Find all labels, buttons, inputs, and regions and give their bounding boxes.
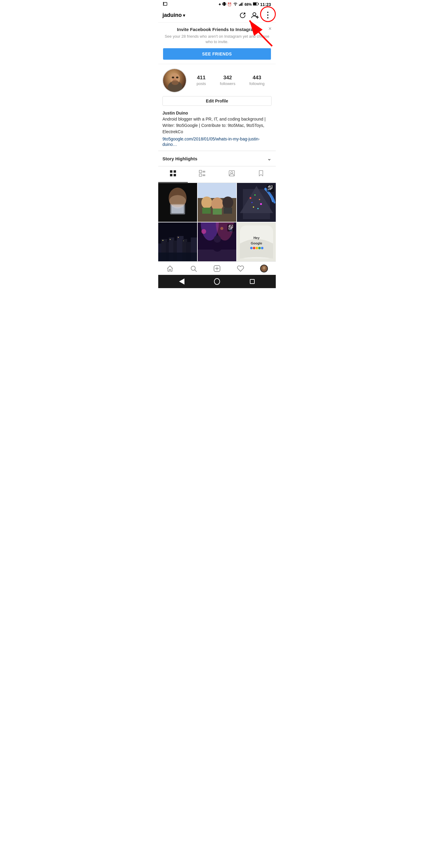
alarm-icon: ⏰ (227, 2, 232, 7)
followers-label: followers (220, 82, 236, 86)
svg-point-91 (255, 247, 258, 249)
status-left (163, 2, 168, 7)
nav-profile[interactable] (252, 265, 276, 273)
time-display: 11:23 (260, 2, 271, 7)
svg-point-93 (261, 247, 264, 249)
back-icon (179, 278, 184, 284)
svg-point-50 (250, 197, 251, 199)
story-highlights[interactable]: Story Highlights ⌄ (158, 151, 276, 166)
posts-stat[interactable]: 411 posts (196, 75, 206, 86)
tab-saved[interactable] (247, 166, 276, 183)
photo-cell-1[interactable] (158, 183, 197, 222)
svg-rect-39 (198, 183, 237, 198)
nav-icons: ⋮ (239, 10, 272, 20)
photo-cell-5[interactable] (198, 222, 237, 261)
home-icon (214, 278, 220, 285)
posts-count: 411 (196, 75, 206, 81)
battery-percent: 68% (244, 2, 252, 7)
dropdown-icon: ▾ (183, 13, 185, 18)
followers-stat[interactable]: 342 followers (220, 75, 236, 86)
nav-activity[interactable] (229, 265, 252, 273)
svg-point-55 (253, 207, 254, 208)
add-user-button[interactable] (251, 12, 259, 19)
svg-rect-22 (174, 170, 176, 173)
photo-grid: Hey Google (158, 183, 276, 261)
svg-point-79 (214, 236, 221, 243)
more-options-button[interactable]: ⋮ (264, 10, 272, 20)
svg-point-52 (259, 199, 260, 200)
svg-rect-45 (213, 209, 222, 215)
svg-point-43 (222, 196, 233, 209)
stats-area: 411 posts 342 followers 443 following (190, 75, 272, 86)
svg-point-18 (176, 76, 179, 79)
avatar[interactable] (162, 68, 187, 93)
svg-rect-83 (228, 226, 231, 229)
multi-photo-badge-3 (267, 185, 274, 192)
see-friends-button[interactable]: SEE FRIENDS (163, 48, 271, 60)
svg-rect-5 (240, 4, 241, 6)
svg-point-51 (254, 194, 255, 195)
username-container[interactable]: jaduino ▾ (162, 12, 185, 19)
svg-rect-1 (223, 2, 225, 6)
home-button[interactable] (214, 278, 220, 284)
banner-description: See your 28 friends who aren't on Instag… (163, 34, 271, 44)
tab-bar (158, 166, 276, 183)
bio-link[interactable]: 9to5google.com/2018/01/05/whats-in-my-ba… (162, 136, 260, 147)
svg-rect-71 (178, 237, 179, 238)
username-label: jaduino (162, 12, 182, 19)
svg-point-80 (201, 229, 206, 234)
photo-cell-2[interactable] (198, 183, 237, 222)
saved-icon (258, 170, 264, 179)
svg-rect-58 (269, 185, 272, 188)
banner-close-button[interactable]: × (268, 26, 272, 32)
tab-grid[interactable] (158, 166, 188, 183)
multi-photo-badge-5 (227, 224, 235, 231)
grid-icon (170, 170, 176, 179)
svg-rect-84 (230, 225, 233, 228)
svg-rect-44 (202, 208, 211, 214)
story-highlights-label: Story Highlights (162, 156, 197, 161)
system-nav (158, 275, 276, 288)
status-bar: ✦ ⏰ 68% (158, 0, 276, 8)
tab-tagged[interactable] (217, 166, 247, 183)
svg-rect-72 (183, 241, 184, 241)
photo-cell-6[interactable]: Hey Google (237, 222, 276, 261)
profile-thumb (260, 265, 268, 273)
svg-point-37 (169, 195, 186, 207)
posts-label: posts (196, 82, 206, 86)
photo-cell-3[interactable] (237, 183, 276, 222)
svg-rect-23 (170, 174, 173, 176)
archive-button[interactable] (239, 12, 246, 19)
edit-profile-button[interactable]: Edit Profile (162, 96, 272, 106)
svg-point-11 (253, 13, 256, 16)
svg-rect-10 (253, 3, 256, 5)
cast-icon (163, 2, 168, 7)
recents-button[interactable] (249, 278, 255, 284)
signal-icon (239, 2, 243, 7)
top-nav: jaduino ▾ ⋮ (158, 8, 276, 23)
svg-point-32 (230, 172, 233, 174)
nav-home[interactable] (158, 265, 182, 273)
svg-rect-6 (241, 3, 242, 6)
svg-line-95 (195, 270, 197, 272)
svg-point-53 (251, 202, 253, 203)
svg-point-20 (172, 80, 179, 85)
svg-rect-2 (222, 3, 223, 5)
tab-list[interactable] (188, 166, 217, 183)
nav-search[interactable] (182, 265, 205, 273)
svg-rect-69 (162, 240, 163, 241)
bio-text: Android blogger with a PR, IT, and codin… (162, 116, 272, 135)
following-stat[interactable]: 443 following (249, 75, 265, 86)
back-button[interactable] (179, 278, 185, 284)
svg-rect-7 (243, 2, 243, 6)
svg-point-82 (220, 227, 223, 230)
svg-point-90 (253, 247, 255, 249)
battery-icon (253, 2, 259, 7)
svg-point-54 (260, 203, 262, 205)
svg-rect-28 (199, 174, 202, 176)
nav-add[interactable] (205, 265, 229, 273)
svg-rect-24 (174, 174, 176, 176)
svg-rect-4 (239, 4, 240, 6)
photo-cell-4[interactable] (158, 222, 197, 261)
tagged-icon (228, 170, 235, 179)
